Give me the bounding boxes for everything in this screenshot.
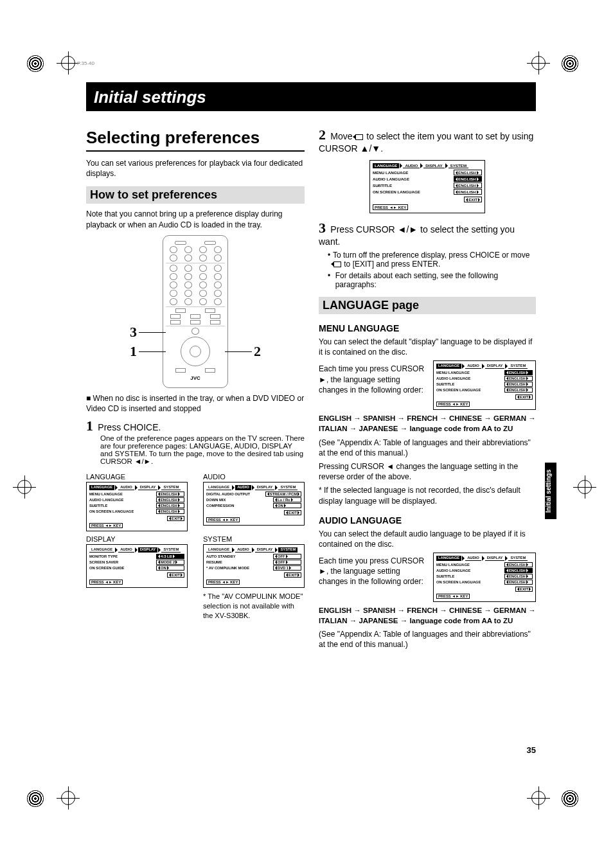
step-1-num: 1 xyxy=(86,418,93,434)
howto-note: Note that you cannot bring up a preferen… xyxy=(86,209,305,229)
reg-crosshair xyxy=(573,475,596,499)
audio-language-p2: Each time you press CURSOR ►, the langua… xyxy=(319,556,425,587)
osd-audio-language: LANGUAGE AUDIO DISPLAY SYSTEM MENU LANGU… xyxy=(433,553,536,602)
menu-language-p4: * If the selected language is not record… xyxy=(319,485,536,506)
step-3-bullet-1: • To turn off the preference display, pr… xyxy=(328,251,536,269)
step-1-body: One of the preference pages appears on t… xyxy=(100,434,305,465)
step-3-num: 3 xyxy=(319,220,326,236)
tray-note-text: When no disc is inserted in the tray, or… xyxy=(86,394,304,413)
menu-language-p3: Pressing CURSOR ◄ changes the language s… xyxy=(319,461,536,482)
cursor-icon xyxy=(333,261,341,267)
step-3-bullet-2: • For details about each setting, see th… xyxy=(328,271,536,289)
page-number: 35 xyxy=(527,745,536,755)
leader-line xyxy=(225,351,252,352)
osd-system: LANGUAGE AUDIO DISPLAY SYSTEM AUTO STAND… xyxy=(203,544,305,588)
menu-language-heading: MENU LANGUAGE xyxy=(319,323,536,333)
audio-language-appendix: (See "Appendix A: Table of languages and… xyxy=(319,629,536,650)
osd-display: LANGUAGE AUDIO DISPLAY SYSTEM MONITOR TY… xyxy=(86,544,188,588)
reg-crosshair xyxy=(57,786,80,810)
reg-crosshair xyxy=(13,475,36,499)
top-marker: P.35-40 xyxy=(77,60,94,66)
header-bar: Initial settings xyxy=(86,82,536,111)
menu-language-p2: Each time you press CURSOR ►, the langua… xyxy=(319,364,425,395)
remote-brand: JVC xyxy=(166,375,225,381)
cursor-icon xyxy=(355,134,363,140)
menu-language-appendix: (See "Appendix A: Table of languages and… xyxy=(319,438,536,458)
callout-1: 1 xyxy=(130,343,137,360)
language-page-heading: LANGUAGE page xyxy=(319,297,536,314)
osd-tab: DISPLAY xyxy=(138,485,158,490)
remote-diagram: JVC xyxy=(163,235,228,388)
audio-language-p1: You can select the default audio languag… xyxy=(319,529,536,549)
step-3-action: Press CURSOR ◄/► to select the setting y… xyxy=(319,224,515,247)
osd-step2: LANGUAGE AUDIO DISPLAY SYSTEM MENU LANGU… xyxy=(369,160,485,213)
panel-label-audio: AUDIO xyxy=(203,473,305,481)
reg-bullseye xyxy=(562,790,578,807)
reg-crosshair xyxy=(527,51,550,75)
system-note: * The "AV COMPULINK MODE" selection is n… xyxy=(203,592,305,621)
howto-heading: How to set preferences xyxy=(86,186,305,204)
side-tab: Initial settings xyxy=(545,463,556,519)
reg-bullseye xyxy=(27,790,44,807)
osd-audio: LANGUAGE AUDIO DISPLAY SYSTEM DIGITAL AU… xyxy=(203,482,305,526)
reg-bullseye xyxy=(562,55,578,72)
menu-language-order: ENGLISH → SPANISH → FRENCH → CHINESE → G… xyxy=(319,413,536,434)
osd-tab: AUDIO xyxy=(118,485,134,490)
section-title: Selecting preferences xyxy=(86,128,305,152)
reg-crosshair xyxy=(527,786,550,810)
step-1-action: Press CHOICE. xyxy=(98,422,161,432)
panel-label-display: DISPLAY xyxy=(86,535,188,543)
reg-bullseye xyxy=(27,55,44,72)
intro-text: You can set various preferences for play… xyxy=(86,158,305,179)
leader-line xyxy=(139,351,166,352)
tray-note: ■ When no disc is inserted in the tray, … xyxy=(86,393,305,414)
osd-menu-language: LANGUAGE AUDIO DISPLAY SYSTEM MENU LANGU… xyxy=(433,360,536,410)
step-2-num: 2 xyxy=(319,127,326,143)
panel-label-language: LANGUAGE xyxy=(86,473,188,481)
step-2-action: Move to select the item you want to set … xyxy=(319,131,533,154)
callout-2: 2 xyxy=(254,343,261,360)
menu-language-p1: You can select the default "display" lan… xyxy=(319,337,536,357)
osd-language: LANGUAGE AUDIO DISPLAY SYSTEM MENU LANGU… xyxy=(86,482,188,531)
osd-tab: SYSTEM xyxy=(161,485,181,490)
osd-tab: LANGUAGE xyxy=(89,485,114,490)
panel-label-system: SYSTEM xyxy=(203,535,305,543)
audio-language-order: ENGLISH → SPANISH → FRENCH → CHINESE → G… xyxy=(319,605,536,626)
reg-crosshair xyxy=(57,51,80,75)
leader-line xyxy=(139,332,166,333)
audio-language-heading: AUDIO LANGUAGE xyxy=(319,515,536,526)
callout-3: 3 xyxy=(130,324,137,341)
